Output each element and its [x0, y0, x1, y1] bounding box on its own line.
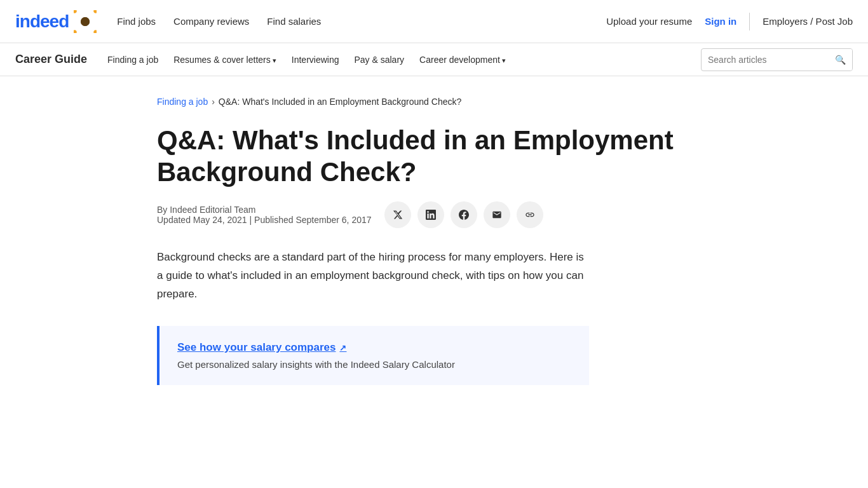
top-navigation: indeed Find jobs Company reviews Find sa…: [0, 0, 868, 43]
breadcrumb-current-page: Q&A: What's Included in an Employment Ba…: [219, 97, 461, 107]
article-meta: By Indeed Editorial Team Updated May 24,…: [157, 201, 711, 228]
external-link-icon: ↗: [339, 343, 346, 353]
finding-a-job-nav-link[interactable]: Finding a job: [107, 55, 158, 65]
email-icon: [492, 210, 502, 220]
article-title: Q&A: What's Included in an Employment Ba…: [157, 125, 703, 189]
svg-point-4: [93, 29, 97, 33]
employers-link[interactable]: Employers / Post Job: [763, 16, 853, 27]
linkedin-share-button[interactable]: [417, 201, 444, 228]
sign-in-link[interactable]: Sign in: [705, 16, 736, 27]
resumes-cover-letters-nav-link[interactable]: Resumes & cover letters: [173, 55, 276, 65]
upload-resume-link[interactable]: Upload your resume: [606, 16, 692, 27]
article-body: Background checks are a standard part of…: [157, 248, 589, 304]
top-nav-links: Find jobs Company reviews Find salaries: [117, 16, 606, 27]
nav-divider: [749, 13, 750, 30]
article-author-date: By Indeed Editorial Team Updated May 24,…: [157, 205, 372, 225]
twitter-share-button[interactable]: [384, 201, 411, 228]
article-date-separator: |: [250, 215, 255, 225]
secondary-nav-links: Finding a job Resumes & cover letters In…: [107, 55, 701, 65]
pay-salary-nav-link[interactable]: Pay & salary: [354, 55, 404, 65]
salary-cta-box: See how your salary compares ↗ Get perso…: [157, 326, 589, 385]
article-updated: Updated May 24, 2021: [157, 215, 247, 225]
facebook-icon: [459, 210, 469, 220]
copy-link-button[interactable]: [517, 201, 543, 228]
search-box[interactable]: 🔍: [701, 48, 853, 71]
salary-cta-description: Get personalized salary insights with th…: [177, 359, 571, 370]
article-published: Published September 6, 2017: [254, 215, 371, 225]
main-content: Finding a job › Q&A: What's Included in …: [142, 76, 726, 423]
svg-point-6: [74, 29, 78, 33]
twitter-icon: [393, 210, 403, 220]
salary-cta-link[interactable]: See how your salary compares ↗: [177, 341, 571, 354]
indeed-logo[interactable]: indeed: [15, 11, 69, 32]
share-buttons: [384, 201, 543, 228]
article-author: By Indeed Editorial Team: [157, 205, 372, 215]
email-share-button[interactable]: [484, 201, 510, 228]
search-input[interactable]: [702, 55, 829, 65]
linkedin-icon: [426, 210, 436, 220]
career-development-nav-link[interactable]: Career development: [419, 55, 506, 65]
svg-point-9: [81, 17, 90, 26]
breadcrumb-separator: ›: [212, 97, 215, 107]
svg-point-2: [93, 10, 97, 15]
breadcrumb-finding-a-job[interactable]: Finding a job: [157, 97, 208, 107]
breadcrumb: Finding a job › Q&A: What's Included in …: [157, 97, 711, 107]
article-dates: Updated May 24, 2021 | Published Septemb…: [157, 215, 372, 225]
facebook-share-button[interactable]: [451, 201, 477, 228]
sunflower-icon: [74, 10, 97, 33]
find-salaries-link[interactable]: Find salaries: [267, 16, 321, 27]
salary-cta-link-text: See how your salary compares: [177, 341, 336, 354]
link-icon: [525, 210, 535, 220]
company-reviews-link[interactable]: Company reviews: [173, 16, 249, 27]
top-nav-right: Upload your resume Sign in Employers / P…: [606, 13, 853, 30]
svg-point-8: [74, 10, 78, 15]
find-jobs-link[interactable]: Find jobs: [117, 16, 156, 27]
secondary-navigation: Career Guide Finding a job Resumes & cov…: [0, 43, 868, 76]
career-guide-title: Career Guide: [15, 53, 87, 66]
search-button[interactable]: 🔍: [829, 49, 852, 71]
interviewing-nav-link[interactable]: Interviewing: [292, 55, 339, 65]
logo-area[interactable]: indeed: [15, 10, 97, 33]
